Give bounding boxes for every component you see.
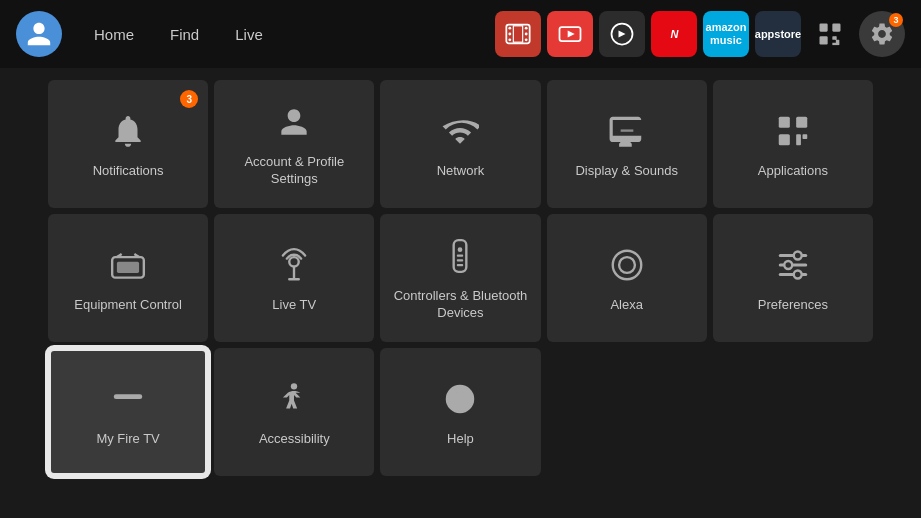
grid-item-label-my-fire-tv: My Fire TV — [96, 431, 159, 448]
svg-point-3 — [508, 38, 511, 41]
svg-point-1 — [508, 27, 511, 30]
grid-item-label-preferences: Preferences — [758, 297, 828, 314]
svg-rect-32 — [457, 264, 463, 266]
svg-point-4 — [525, 27, 528, 30]
svg-point-39 — [784, 261, 792, 269]
person-icon — [272, 100, 316, 144]
grid-item-label-accessibility: Accessibility — [259, 431, 330, 448]
grid-item-label-alexa: Alexa — [610, 297, 643, 314]
svg-rect-20 — [779, 134, 790, 145]
monitor-icon — [605, 109, 649, 153]
svg-point-44 — [459, 405, 462, 408]
topbar-apps: N amazonmusic appstore 3 — [495, 11, 905, 57]
grid-item-label-network: Network — [437, 163, 485, 180]
accessibility-icon — [272, 377, 316, 421]
grid-item-label-equipment-control: Equipment Control — [74, 297, 182, 314]
bell-icon — [106, 109, 150, 153]
app-netflix[interactable]: N — [651, 11, 697, 57]
svg-rect-30 — [457, 255, 463, 257]
svg-point-6 — [525, 38, 528, 41]
sliders-icon — [771, 243, 815, 287]
grid-item-label-account-profile: Account & Profile Settings — [222, 154, 366, 188]
svg-rect-31 — [457, 259, 463, 261]
grid-item-label-display-sounds: Display & Sounds — [575, 163, 678, 180]
svg-point-33 — [612, 250, 641, 279]
apps-icon — [771, 109, 815, 153]
svg-point-40 — [794, 270, 802, 278]
svg-point-2 — [508, 33, 511, 36]
settings-badge: 3 — [889, 13, 903, 27]
grid-item-preferences[interactable]: Preferences — [713, 214, 873, 342]
app-cinema[interactable] — [495, 11, 541, 57]
app-appstore[interactable]: appstore — [755, 11, 801, 57]
grid-item-label-live-tv: Live TV — [272, 297, 316, 314]
settings-icon[interactable]: 3 — [859, 11, 905, 57]
svg-rect-21 — [796, 134, 801, 145]
nav-home[interactable]: Home — [78, 18, 150, 51]
grid-item-live-tv[interactable]: Live TV — [214, 214, 374, 342]
grid-item-applications[interactable]: Applications — [713, 80, 873, 208]
svg-point-34 — [619, 257, 635, 273]
svg-rect-11 — [832, 24, 840, 32]
svg-rect-19 — [796, 116, 807, 127]
nav-live[interactable]: Live — [219, 18, 279, 51]
svg-point-38 — [794, 251, 802, 259]
grid-item-accessibility[interactable]: Accessibility — [214, 348, 374, 476]
avatar[interactable] — [16, 11, 62, 57]
alexa-icon — [605, 243, 649, 287]
svg-rect-18 — [779, 116, 790, 127]
grid-item-my-fire-tv[interactable]: My Fire TV — [48, 348, 208, 476]
svg-rect-12 — [820, 36, 828, 44]
antenna-icon — [272, 243, 316, 287]
svg-point-27 — [290, 257, 300, 267]
grid-item-label-controllers-bluetooth: Controllers & Bluetooth Devices — [388, 288, 532, 322]
app-prime[interactable] — [599, 11, 645, 57]
grid-item-display-sounds[interactable]: Display & Sounds — [547, 80, 707, 208]
remote-icon — [438, 234, 482, 278]
nav-find[interactable]: Find — [154, 18, 215, 51]
app-red[interactable] — [547, 11, 593, 57]
settings-grid: 3NotificationsAccount & Profile Settings… — [0, 72, 921, 484]
grid-item-notifications[interactable]: 3Notifications — [48, 80, 208, 208]
top-nav: Home Find Live — [78, 18, 279, 51]
svg-rect-7 — [513, 26, 522, 42]
svg-rect-22 — [802, 134, 807, 139]
help-icon — [438, 377, 482, 421]
svg-rect-10 — [820, 24, 828, 32]
svg-point-5 — [525, 33, 528, 36]
grid-item-account-profile[interactable]: Account & Profile Settings — [214, 80, 374, 208]
topbar: Home Find Live — [0, 0, 921, 68]
grid-item-label-notifications: Notifications — [93, 163, 164, 180]
grid-item-controllers-bluetooth[interactable]: Controllers & Bluetooth Devices — [380, 214, 540, 342]
grid-item-label-help: Help — [447, 431, 474, 448]
grid-item-alexa[interactable]: Alexa — [547, 214, 707, 342]
svg-point-29 — [458, 247, 463, 252]
svg-rect-41 — [114, 394, 143, 399]
firetv-icon — [106, 377, 150, 421]
grid-item-network[interactable]: Network — [380, 80, 540, 208]
app-amazon-music[interactable]: amazonmusic — [703, 11, 749, 57]
tv-icon — [106, 243, 150, 287]
grid-icon[interactable] — [807, 11, 853, 57]
grid-item-help[interactable]: Help — [380, 348, 540, 476]
svg-rect-26 — [117, 261, 139, 272]
grid-item-label-applications: Applications — [758, 163, 828, 180]
notification-badge: 3 — [180, 90, 198, 108]
wifi-icon — [438, 109, 482, 153]
grid-item-equipment-control[interactable]: Equipment Control — [48, 214, 208, 342]
svg-point-42 — [291, 383, 297, 389]
